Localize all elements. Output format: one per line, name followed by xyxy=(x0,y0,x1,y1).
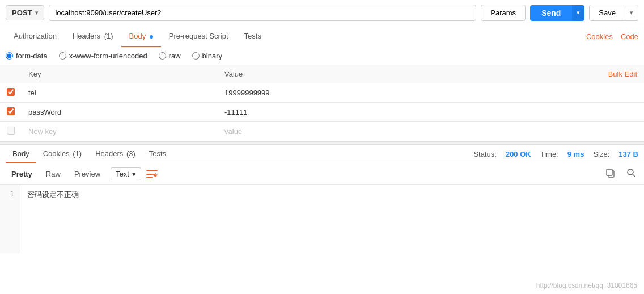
raw-button[interactable]: Raw xyxy=(40,167,66,180)
row1-checkbox[interactable] xyxy=(7,88,15,96)
line-num-1: 1 xyxy=(6,190,14,198)
table-row: tel 19999999999 xyxy=(0,83,644,103)
response-tabs: Body Cookies (1) Headers (3) Tests Statu… xyxy=(0,145,644,163)
response-body-text: 密码设定不正确 xyxy=(20,185,644,253)
send-btn-group: Send ▾ xyxy=(530,5,584,21)
send-button[interactable]: Send xyxy=(530,5,572,21)
row1-value[interactable]: 19999999999 xyxy=(218,83,464,103)
watermark: http://blog.csdn.net/qq_31001665 xyxy=(536,282,637,289)
format-chevron-icon: ▾ xyxy=(132,170,136,178)
resp-tab-headers[interactable]: Headers (3) xyxy=(88,145,142,163)
row2-actions xyxy=(464,103,644,122)
save-dropdown-button[interactable]: ▾ xyxy=(625,5,638,20)
pretty-button[interactable]: Pretty xyxy=(6,167,38,180)
line-numbers: 1 xyxy=(0,185,20,253)
svg-rect-4 xyxy=(607,169,612,175)
format-label: Text xyxy=(116,170,129,178)
resp-tab-tests[interactable]: Tests xyxy=(142,145,173,163)
status-value: 200 OK xyxy=(506,150,531,158)
urlencoded-option[interactable]: x-www-form-urlencoded xyxy=(59,52,147,60)
svg-rect-2 xyxy=(146,177,153,178)
table-row: passWord -11111 xyxy=(0,103,644,122)
status-label: Status: xyxy=(473,150,496,158)
search-button[interactable] xyxy=(624,167,638,181)
cookies-link[interactable]: Cookies xyxy=(586,27,613,47)
request-tabs: Authorization Headers (1) Body Pre-reque… xyxy=(0,26,644,47)
svg-line-6 xyxy=(633,174,635,177)
body-dot-indicator xyxy=(150,35,153,39)
response-toolbar: Pretty Raw Preview Text ▾ xyxy=(0,163,644,185)
col-check xyxy=(0,65,22,83)
row1-actions xyxy=(464,83,644,103)
col-value-header: Value xyxy=(218,65,464,83)
response-status-bar: Status: 200 OK Time: 9 ms Size: 137 B xyxy=(473,145,638,163)
tab-body[interactable]: Body xyxy=(121,26,161,47)
row2-key[interactable]: passWord xyxy=(22,103,218,122)
tab-pre-request-script[interactable]: Pre-request Script xyxy=(161,26,236,47)
code-link[interactable]: Code xyxy=(621,27,638,47)
row2-checkbox[interactable] xyxy=(7,107,15,115)
tab-authorization[interactable]: Authorization xyxy=(6,26,65,47)
method-select[interactable]: POST ▾ xyxy=(6,5,44,20)
tab-tests[interactable]: Tests xyxy=(236,26,269,47)
raw-option[interactable]: raw xyxy=(159,52,181,60)
body-options: form-data x-www-form-urlencoded raw bina… xyxy=(0,47,644,65)
table-row-new: New key value xyxy=(0,122,644,141)
send-dropdown-button[interactable]: ▾ xyxy=(572,5,584,21)
size-value: 137 B xyxy=(618,150,638,158)
time-value: 9 ms xyxy=(567,150,584,158)
preview-button[interactable]: Preview xyxy=(69,167,106,180)
save-btn-group: Save ▾ xyxy=(589,5,638,21)
svg-point-5 xyxy=(628,169,633,175)
row2-value[interactable]: -11111 xyxy=(218,103,464,122)
binary-option[interactable]: binary xyxy=(192,52,222,60)
new-value-cell[interactable]: value xyxy=(218,122,464,141)
method-chevron-icon: ▾ xyxy=(35,10,38,16)
new-row-checkbox xyxy=(7,127,15,135)
wrap-icon[interactable] xyxy=(146,169,158,179)
resp-tab-cookies[interactable]: Cookies (1) xyxy=(36,145,88,163)
new-row-check-cell xyxy=(0,122,22,141)
row2-check-cell xyxy=(0,103,22,122)
form-data-option[interactable]: form-data xyxy=(6,52,48,60)
tab-headers[interactable]: Headers (1) xyxy=(65,26,121,47)
top-bar: POST ▾ Params Send ▾ Save ▾ xyxy=(0,0,644,26)
form-table: Key Value Bulk Edit tel 19999999999 pass… xyxy=(0,65,644,141)
bulk-edit-button[interactable]: Bulk Edit xyxy=(464,65,644,83)
copy-button[interactable] xyxy=(603,167,617,181)
format-selector[interactable]: Text ▾ xyxy=(111,167,141,180)
headers-badge: (1) xyxy=(104,32,113,40)
params-button[interactable]: Params xyxy=(481,5,526,21)
time-label: Time: xyxy=(540,150,558,158)
row1-check-cell xyxy=(0,83,22,103)
resp-tool-right xyxy=(603,167,638,181)
svg-rect-0 xyxy=(146,170,158,171)
new-key-cell[interactable]: New key xyxy=(22,122,218,141)
method-label: POST xyxy=(12,9,32,17)
response-content: 1 密码设定不正确 xyxy=(0,185,644,253)
req-tab-right-links: Cookies Code xyxy=(586,27,638,47)
size-label: Size: xyxy=(593,150,609,158)
row1-key[interactable]: tel xyxy=(22,83,218,103)
resp-tab-body[interactable]: Body xyxy=(6,145,36,163)
col-key-header: Key xyxy=(22,65,218,83)
save-button[interactable]: Save xyxy=(590,5,625,20)
url-input[interactable] xyxy=(49,5,476,21)
